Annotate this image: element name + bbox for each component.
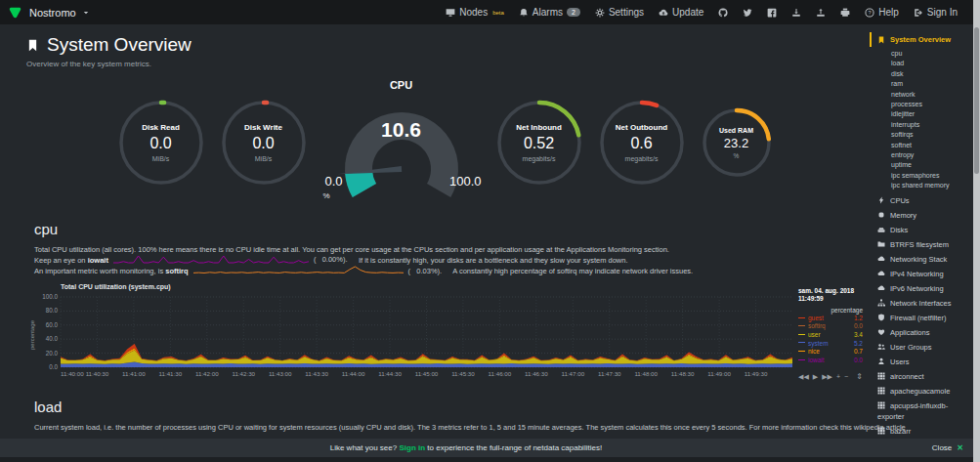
sidebar-section-item[interactable]: Memory: [870, 210, 973, 221]
svg-text:11:48:00: 11:48:00: [634, 370, 658, 377]
sidebar-section-item[interactable]: Firewall (netfilter): [870, 313, 973, 323]
sidebar-subitem[interactable]: cpu: [870, 49, 973, 59]
sidebar-section-icon: [877, 240, 885, 248]
sidebar-section-item[interactable]: Disks: [870, 225, 973, 235]
twitter-button[interactable]: [743, 8, 752, 18]
cpu-legend-unit: percentage: [798, 307, 863, 315]
sidebar-subitem[interactable]: processes: [870, 100, 973, 109]
sidebar-section-item[interactable]: Users: [870, 357, 973, 367]
disk-write-value: 0.0: [252, 135, 274, 152]
zoom-in-button[interactable]: +: [836, 373, 840, 380]
sidebar-section-item[interactable]: Networking Stack: [870, 254, 973, 265]
sidebar-subitem[interactable]: idlejitter: [870, 109, 973, 119]
play-button[interactable]: ▶: [813, 373, 818, 381]
sidebar-subitem[interactable]: uptime: [870, 160, 973, 170]
gauge-net-outbound[interactable]: Net Outbound 0.6 megabits/s: [597, 98, 687, 188]
sidebar-item-system-overview[interactable]: System Overview: [870, 32, 973, 47]
sidebar-subitem[interactable]: ipc semaphores: [870, 171, 973, 181]
cpu-gauge-unit: %: [323, 191, 330, 200]
sidebar-section-item[interactable]: apacheguacamole: [870, 386, 973, 397]
brand-selector[interactable]: Nostromo: [8, 6, 90, 20]
net-inbound-label: Net Inbound: [516, 123, 562, 132]
sidebar-subitem[interactable]: softnet: [870, 141, 973, 150]
gauge-used-ram[interactable]: Used RAM 23.2 %: [700, 105, 774, 180]
series-name: nice: [808, 348, 820, 357]
legend-series-row[interactable]: iowait 0.0: [798, 357, 863, 365]
scrollbar-thumb[interactable]: [974, 27, 979, 174]
sidebar-section-item[interactable]: Applications: [870, 327, 973, 338]
signin-link[interactable]: Sign in: [399, 443, 425, 452]
sidebar-section-item[interactable]: Network Interfaces: [870, 298, 973, 309]
nodes-button[interactable]: Nodes beta: [446, 7, 504, 18]
cpu-chart-toolbar: ◀◀ ▶ ▶▶ + − ⇕: [798, 372, 863, 381]
sidebar-section-item[interactable]: bazarr: [870, 426, 973, 437]
svg-text:11:44:00: 11:44:00: [342, 370, 365, 377]
sidebar-section-item[interactable]: BTRFS filesystem: [870, 239, 973, 250]
brand-name: Nostromo: [29, 7, 76, 19]
bell-icon: [519, 8, 529, 18]
resize-handle[interactable]: ⇕: [856, 372, 863, 381]
sidebar-subitem[interactable]: interrupts: [870, 120, 973, 130]
legend-series-row[interactable]: user 3.4: [798, 331, 863, 340]
update-label: Update: [672, 7, 703, 18]
update-button[interactable]: Update: [659, 7, 703, 18]
cpu-chart-plot[interactable]: 100.080.060.040.020.00.011:40:0011:40:30…: [26, 289, 792, 385]
facebook-button[interactable]: [767, 8, 777, 18]
close-icon: ✕: [957, 443, 963, 452]
sidebar-subitem[interactable]: ipc shared memory: [870, 181, 973, 190]
alarms-button[interactable]: Alarms 2: [519, 7, 580, 18]
help-button[interactable]: ? Help: [865, 7, 899, 18]
sidebar-section-item[interactable]: CPUs: [870, 195, 973, 206]
cpu-chart-title: Total CPU utilization (system.cpu): [61, 283, 171, 290]
sidebar-subitem[interactable]: entropy: [870, 150, 973, 160]
svg-text:11:41:30: 11:41:30: [159, 370, 183, 377]
svg-text:11:45:30: 11:45:30: [451, 370, 475, 377]
export-button[interactable]: [816, 8, 826, 18]
sidebar-subitem[interactable]: ram: [870, 79, 973, 89]
settings-button[interactable]: Settings: [595, 7, 644, 18]
gauge-disk-write[interactable]: Disk Write 0.0 MiB/s: [219, 98, 309, 188]
cpu-description-line2: Keep an eye on iowait( 0.00%). If it is …: [34, 255, 863, 267]
sidebar-section-item[interactable]: IPv6 Networking: [870, 283, 973, 294]
upload-icon: [816, 8, 826, 18]
series-value: 5.2: [854, 340, 863, 349]
sidebar-subitem[interactable]: disk: [870, 69, 973, 79]
sidebar-section-icon: [877, 255, 885, 263]
page-scrollbar[interactable]: [973, 0, 980, 462]
legend-series-row[interactable]: softirq 0.0: [798, 322, 863, 331]
close-banner-button[interactable]: Close ✕: [932, 443, 963, 452]
gauge-cpu[interactable]: CPU 10.6 0.0 100.0 %: [321, 79, 482, 206]
sidebar-section-label: Firewall (netfilter): [890, 314, 947, 322]
print-button[interactable]: [840, 8, 850, 18]
gauge-net-inbound[interactable]: Net Inbound 0.52 megabits/s: [494, 98, 584, 188]
used-ram-unit: %: [734, 152, 740, 159]
legend-series-row[interactable]: system 5.2: [798, 340, 863, 349]
net-outbound-unit: megabits/s: [625, 155, 659, 162]
page-title: System Overview: [26, 34, 863, 56]
net-inbound-unit: megabits/s: [523, 155, 556, 162]
sidebar-subitem[interactable]: load: [870, 59, 973, 68]
github-button[interactable]: [718, 8, 728, 18]
gauge-disk-read[interactable]: Disk Read 0.0 MiB/s: [116, 98, 206, 188]
sidebar-subitem[interactable]: softirqs: [870, 130, 973, 140]
sidebar-section-item[interactable]: IPv4 Networking: [870, 269, 973, 279]
sidebar-subitem[interactable]: network: [870, 90, 973, 100]
pan-backward-button[interactable]: ◀◀: [798, 373, 809, 381]
svg-text:11:49:30: 11:49:30: [745, 370, 768, 377]
disk-write-label: Disk Write: [244, 123, 282, 132]
sidebar-section-item[interactable]: apcupsd-influxdb-exporter: [870, 400, 973, 422]
svg-text:11:45:00: 11:45:00: [415, 370, 439, 377]
legend-series-row[interactable]: nice 0.7: [798, 348, 863, 357]
import-button[interactable]: [791, 8, 801, 18]
signin-message: Like what you see? Sign in to experience…: [0, 443, 932, 452]
legend-series-row[interactable]: guest 1.2: [798, 315, 863, 323]
pan-forward-button[interactable]: ▶▶: [822, 373, 832, 381]
sidebar-section-icon: [877, 284, 885, 292]
svg-text:100.0: 100.0: [42, 293, 58, 300]
sidebar-section-item[interactable]: User Groups: [870, 342, 973, 353]
zoom-out-button[interactable]: −: [844, 373, 848, 380]
svg-text:40.0: 40.0: [46, 335, 59, 342]
sidebar-section-item[interactable]: airconnect: [870, 371, 973, 382]
svg-text:20.0: 20.0: [46, 349, 59, 356]
signin-button[interactable]: Sign In: [914, 7, 958, 18]
